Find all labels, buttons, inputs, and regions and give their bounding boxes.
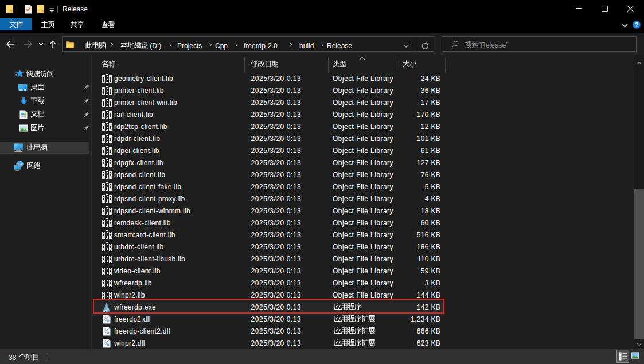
svg-text:?: ? bbox=[635, 21, 639, 28]
